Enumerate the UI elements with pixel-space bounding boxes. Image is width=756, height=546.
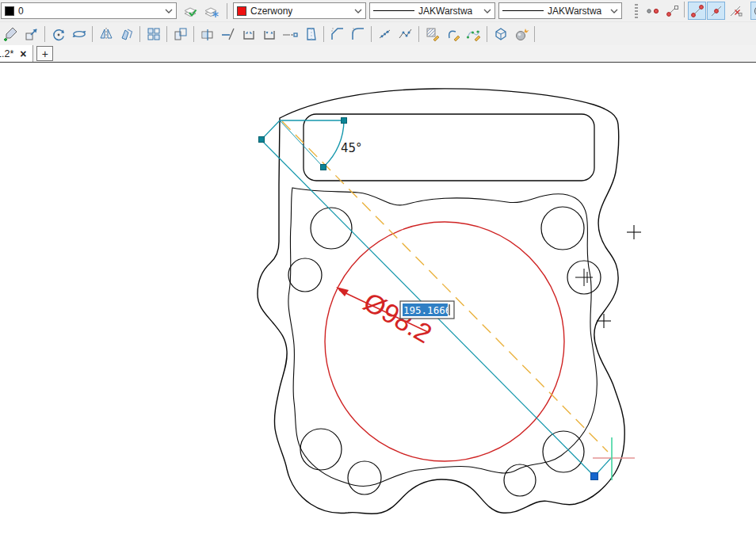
rotate-3d-icon: [71, 26, 87, 42]
break-icon: [262, 26, 277, 42]
gasket-inner-contour[interactable]: [288, 188, 597, 486]
snap-midpoint-button[interactable]: [707, 2, 725, 20]
snap-center-icon: [752, 3, 756, 19]
scale-icon: [24, 26, 40, 42]
mirror-3d-button[interactable]: [116, 24, 136, 44]
array-icon: [146, 26, 162, 42]
rotate-button[interactable]: [48, 24, 68, 44]
chevron-down-icon[interactable]: [610, 9, 618, 13]
explode-icon: [514, 26, 529, 42]
trim-button[interactable]: [218, 24, 238, 44]
region-button[interactable]: [300, 24, 320, 44]
drawing-tab[interactable]: 1.2* ×: [0, 45, 33, 62]
tab-bar: 1.2* × +: [0, 45, 756, 63]
color-swatch: [237, 6, 246, 16]
fillet-button[interactable]: [348, 24, 368, 44]
align-button[interactable]: [170, 24, 190, 44]
stretch-icon: [200, 26, 216, 42]
close-tab-icon[interactable]: ×: [20, 48, 26, 59]
match-properties-button[interactable]: [1, 24, 21, 44]
bore-circle[interactable]: [325, 222, 564, 461]
mirror-icon: [98, 26, 114, 42]
toolbar-drag-handle[interactable]: [635, 4, 638, 18]
layer-properties-icon: [182, 3, 198, 19]
point-endpoint-button[interactable]: [662, 2, 681, 20]
new-tab-button[interactable]: +: [36, 46, 53, 61]
measure-button[interactable]: [375, 24, 395, 44]
color-combo[interactable]: Czerwony: [233, 2, 366, 19]
construction-line[interactable]: [282, 121, 608, 452]
toolbar-separator: [193, 26, 194, 42]
drawing-tab-label: 1.2*: [0, 48, 13, 59]
linetype-value: JAKWarstwa: [418, 6, 472, 17]
scale-button[interactable]: [21, 24, 41, 44]
rotate-3d-button[interactable]: [69, 24, 89, 44]
break-at-point-button[interactable]: [280, 24, 300, 44]
toolbar-gap: [745, 2, 750, 20]
lineweight-preview: [502, 10, 544, 11]
toolbar-separator: [418, 26, 419, 42]
edit-spline-button[interactable]: [464, 24, 483, 44]
angle-dimension-text: 45°: [341, 141, 362, 155]
dynamic-input-box[interactable]: 195.1666: [400, 301, 454, 319]
snap-intersection-icon: [727, 3, 743, 19]
region-icon: [303, 26, 319, 42]
edit-spline-icon: [466, 26, 482, 42]
mirror-button[interactable]: [96, 24, 116, 44]
point-pair-icon: [645, 3, 661, 19]
toolbar-separator: [534, 26, 535, 42]
linetype-preview: [373, 10, 414, 11]
explode-button[interactable]: [511, 24, 531, 44]
layer-value: 0: [18, 6, 24, 17]
aligned-dimension[interactable]: [262, 120, 611, 476]
chevron-down-icon[interactable]: [483, 9, 491, 13]
properties-toolbar: 0 Czerwony JAKWarstwa JAKWarstwa: [0, 0, 756, 22]
edit-hatch-button[interactable]: [422, 24, 442, 44]
snap-intersection-button[interactable]: [726, 2, 744, 20]
crosshair-cursor: [593, 437, 635, 480]
measure-icon: [377, 26, 393, 42]
edit-polyline-button[interactable]: [443, 24, 463, 44]
break-at-point-icon: [282, 26, 298, 42]
divide-button[interactable]: [395, 24, 415, 44]
explode-3d-icon: [493, 26, 509, 42]
mirror-3d-icon: [119, 26, 135, 42]
snap-endpoints-icon: [689, 3, 705, 19]
lineweight-combo[interactable]: JAKWarstwa: [498, 2, 622, 19]
color-value: Czerwony: [250, 6, 292, 17]
layer-states-button[interactable]: [201, 1, 221, 21]
toolbar-separator: [684, 2, 685, 17]
toolbar-separator: [92, 26, 93, 42]
array-button[interactable]: [143, 24, 163, 44]
rotate-icon: [51, 26, 67, 42]
edit-polyline-icon: [445, 26, 461, 42]
layer-combo[interactable]: 0: [1, 2, 177, 19]
bolt-holes[interactable]: [288, 207, 601, 496]
chevron-down-icon[interactable]: [165, 9, 173, 13]
modify-toolbar: [0, 22, 756, 45]
stretch-button[interactable]: [197, 24, 217, 44]
toolbar-separator: [487, 26, 487, 42]
layer-color-swatch: [5, 6, 14, 16]
snap-center-button[interactable]: [750, 2, 756, 20]
point-pair-button[interactable]: [643, 2, 662, 20]
lineweight-value: JAKWarstwa: [548, 6, 601, 17]
explode-3d-button[interactable]: [491, 24, 510, 44]
match-properties-icon: [3, 26, 19, 42]
dimension-grips[interactable]: [259, 118, 598, 480]
join-button[interactable]: [239, 24, 258, 44]
cad-window: 0 Czerwony JAKWarstwa JAKWarstwa: [0, 0, 756, 546]
chevron-down-icon[interactable]: [354, 9, 362, 13]
chamfer-button[interactable]: [327, 24, 347, 44]
center-mark: [575, 269, 593, 286]
layer-states-icon: [204, 3, 220, 19]
break-button[interactable]: [259, 24, 279, 44]
layer-properties-button[interactable]: [180, 1, 200, 21]
drawing-canvas[interactable]: Ø98.2 45°: [0, 63, 756, 546]
snap-midpoint-icon: [708, 3, 724, 19]
chamfer-icon: [330, 26, 346, 42]
toolbar-separator: [323, 26, 324, 42]
edit-hatch-icon: [425, 26, 441, 42]
snap-endpoints-button[interactable]: [688, 2, 706, 20]
linetype-combo[interactable]: JAKWarstwa: [369, 2, 495, 19]
